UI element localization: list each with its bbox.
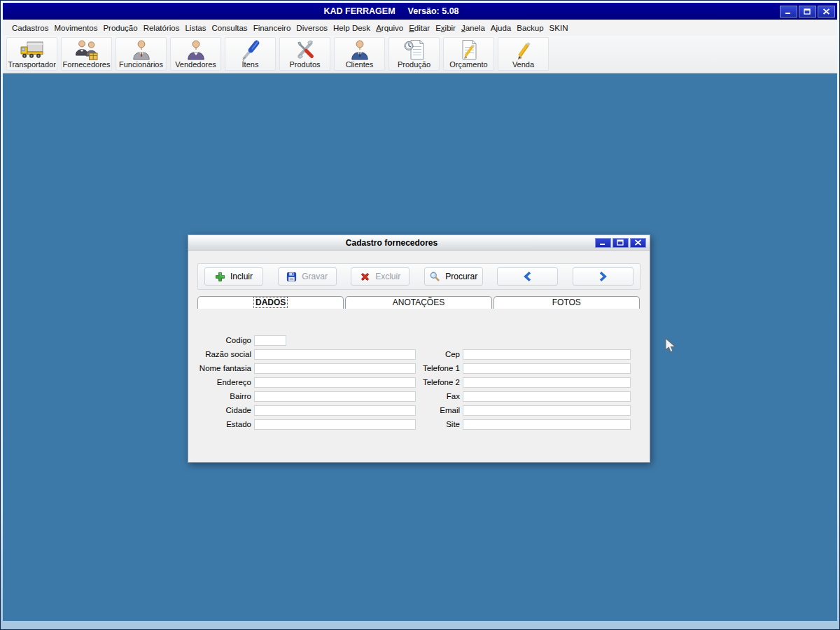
window-frame: KAD FERRAGEMVersão: 5.08 CadastrosMovime…: [1, 1, 839, 629]
toolbar-button-label: Produção: [398, 60, 430, 69]
field-input-cidade[interactable]: [254, 405, 416, 416]
menu-item-editar[interactable]: Editar: [406, 22, 433, 34]
field-input-nome-fantasia[interactable]: [254, 363, 416, 374]
app-version-text: Versão: 5.08: [408, 6, 459, 16]
form-row-fax: Fax: [398, 391, 631, 402]
field-label-fax: Fax: [398, 392, 460, 400]
toolbar-button-label: Clientes: [346, 60, 374, 69]
menu-item-financeiro[interactable]: Financeiro: [251, 22, 294, 34]
dialog-maximize-button[interactable]: [612, 238, 629, 248]
dialog-button-excluir[interactable]: Excluir: [351, 267, 410, 286]
toolbar-button-label: Produtos: [289, 60, 320, 69]
menu-item-help-desk[interactable]: Help Desk: [330, 22, 373, 34]
menu-item-consultas[interactable]: Consultas: [209, 22, 250, 34]
minimize-icon: [785, 8, 792, 15]
dialog-titlebar[interactable]: Cadastro fornecedores: [188, 235, 650, 251]
field-label-site: Site: [398, 420, 460, 428]
toolbar-button-venda[interactable]: Venda: [498, 37, 549, 71]
toolbar-button-label: Venda: [512, 60, 534, 69]
dialog-tabs: DADOSANOTAÇÕESFOTOS: [197, 296, 640, 309]
field-input-codigo[interactable]: [254, 335, 286, 346]
menu-item-producao[interactable]: Produção: [100, 22, 140, 34]
menu-item-movimentos[interactable]: Movimentos: [51, 22, 100, 34]
window-minimize-button[interactable]: [780, 6, 797, 18]
desktop-area: Cadastro fornecedores IncluirGravarExclu…: [3, 74, 837, 621]
toolbar-button-producao[interactable]: Produção: [388, 37, 440, 71]
field-input-fax[interactable]: [463, 391, 631, 402]
field-input-site[interactable]: [463, 419, 631, 430]
tab-label: FOTOS: [552, 298, 581, 307]
window-close-button[interactable]: [818, 6, 835, 18]
dialog-window-controls: [595, 238, 646, 248]
field-input-endereco[interactable]: [254, 377, 416, 388]
tab-label: ANOTAÇÕES: [393, 298, 444, 307]
field-label-codigo: Codigo: [188, 336, 251, 344]
field-input-telefone-1[interactable]: [463, 363, 631, 374]
toolbar-button-label: Fornecedores: [63, 60, 111, 69]
field-input-telefone-2[interactable]: [463, 377, 631, 388]
menu-item-janela[interactable]: Janela: [458, 22, 488, 34]
menu-item-listas[interactable]: Listas: [182, 22, 209, 34]
toolbar-button-label: Orçamento: [449, 60, 487, 69]
toolbar-button-itens[interactable]: Ítens: [225, 37, 276, 71]
dialog-button-gravar[interactable]: Gravar: [278, 267, 337, 286]
toolbar-button-orcamento[interactable]: Orçamento: [443, 37, 494, 71]
field-input-razao-social[interactable]: [254, 349, 416, 360]
app-window: KAD FERRAGEMVersão: 5.08 CadastrosMovime…: [3, 3, 837, 621]
plus-icon: [215, 272, 225, 282]
field-input-email[interactable]: [463, 405, 631, 416]
truck-icon: [20, 38, 45, 60]
chevron-right-icon: [597, 271, 608, 282]
form-row-cep: Cep: [398, 349, 631, 360]
toolbar-button-clientes[interactable]: Clientes: [334, 37, 385, 71]
toolbar-button-produtos[interactable]: Produtos: [279, 37, 330, 71]
menu-item-skin[interactable]: SKIN: [547, 22, 571, 34]
menu-item-diversos[interactable]: Diversos: [293, 22, 330, 34]
menu-item-cadastros[interactable]: Cadastros: [9, 22, 51, 34]
tools-icon: [294, 38, 316, 60]
window-controls: [780, 6, 837, 18]
form-row-nome-fantasia: Nome fantasia: [188, 363, 416, 374]
dialog-button-procurar[interactable]: Procurar: [424, 267, 483, 286]
field-label-estado: Estado: [188, 420, 251, 428]
dialog-nav-chevron-right[interactable]: [573, 267, 634, 286]
menu-item-relatorios[interactable]: Relatórios: [141, 22, 183, 34]
delete-icon: [360, 272, 370, 282]
form-row-telefone-2: Telefone 2: [398, 377, 631, 388]
form-row-cidade: Cidade: [188, 405, 416, 416]
field-label-telefone-2: Telefone 2: [398, 378, 460, 386]
menu-item-exibir[interactable]: Exibir: [433, 22, 458, 34]
dialog-button-incluir[interactable]: Incluir: [204, 267, 263, 286]
seller-icon: [185, 38, 207, 60]
close-icon: [634, 239, 642, 246]
form-row-telefone-1: Telefone 1: [398, 363, 631, 374]
menu-item-ajuda[interactable]: Ajuda: [488, 22, 514, 34]
window-maximize-button[interactable]: [799, 6, 816, 18]
field-input-bairro[interactable]: [254, 391, 416, 402]
toolbar-button-fornecedores[interactable]: Fornecedores: [61, 37, 112, 71]
field-label-telefone-1: Telefone 1: [398, 364, 460, 372]
save-icon: [286, 272, 297, 282]
minimize-icon: [599, 239, 607, 246]
search-icon: [429, 271, 440, 282]
tab-dados[interactable]: DADOS: [197, 296, 344, 309]
field-input-estado[interactable]: [254, 419, 416, 430]
chevron-left-icon: [522, 271, 533, 282]
dialog-minimize-button[interactable]: [595, 238, 611, 248]
mouse-cursor: [664, 337, 678, 354]
toolbar-button-vendedores[interactable]: Vendedores: [170, 37, 221, 71]
tab-fotos[interactable]: FOTOS: [493, 296, 640, 309]
toolbar-button-label: Transportador: [8, 60, 56, 69]
form-row-razao-social: Razão social: [188, 349, 416, 360]
field-input-cep[interactable]: [463, 349, 631, 360]
menu-item-backup[interactable]: Backup: [514, 22, 546, 34]
dialog-nav-chevron-left[interactable]: [497, 267, 558, 286]
form-row-codigo: Codigo: [188, 335, 286, 346]
tab-anotacoes[interactable]: ANOTAÇÕES: [345, 296, 491, 309]
maximize-icon: [617, 239, 624, 246]
toolbar-button-transportador[interactable]: Transportador: [6, 37, 57, 71]
field-label-email: Email: [398, 406, 460, 414]
toolbar-button-funcionarios[interactable]: Funcionários: [115, 37, 167, 71]
dialog-close-button[interactable]: [630, 238, 646, 248]
menu-item-arquivo[interactable]: Arquivo: [373, 22, 406, 34]
